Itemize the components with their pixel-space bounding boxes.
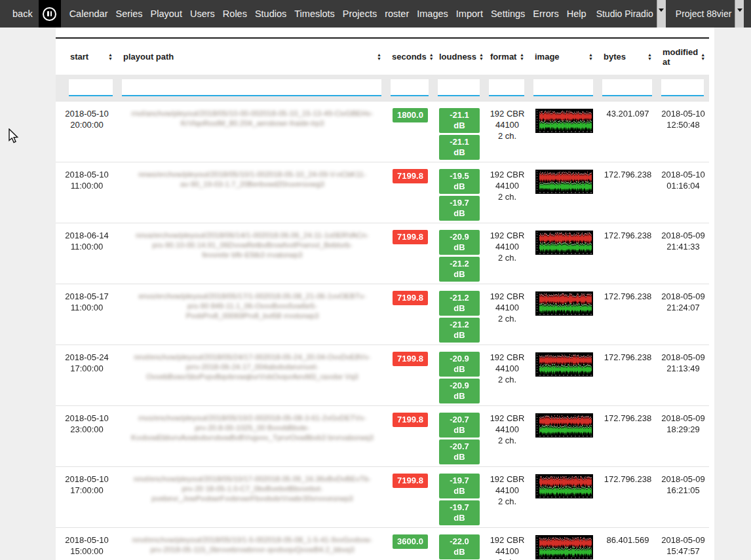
project-select[interactable]: Project 88vier bbox=[673, 0, 744, 28]
playout-path-cell: nnvt/enchvw/pleyout/2018/05/24/17-002018… bbox=[118, 345, 387, 405]
nav-item-errors[interactable]: Errors bbox=[533, 9, 558, 19]
modified-cell: 2018-05-0916:21:05 bbox=[657, 466, 709, 527]
nav-item-series[interactable]: Series bbox=[115, 9, 142, 19]
format-cell: 192 CBR441002 ch. bbox=[485, 466, 530, 527]
nav-item-roles[interactable]: Roles bbox=[223, 9, 247, 19]
nav-menu: Calendar Series Playout Users Roles Stud… bbox=[69, 9, 587, 19]
modified-cell: 2018-05-0921:13:49 bbox=[657, 345, 709, 405]
image-cell bbox=[530, 223, 598, 284]
table-row[interactable]: 2018-05-1017:00:00 nnvt/enchvw/pleyout/2… bbox=[56, 466, 709, 527]
loudness-badge: -20.9 dB bbox=[439, 230, 480, 255]
playout-path-cell: envs/erchvw/pleyout/2018/05/17/1-002018.… bbox=[118, 284, 387, 345]
format-cell: 192 CBR441002 ch. bbox=[485, 345, 530, 405]
nav-item-studios[interactable]: Studios bbox=[255, 9, 286, 19]
column-header-start[interactable]: start▲▼ bbox=[56, 38, 118, 75]
playout-files-panel: start▲▼ playout path▲▼ seconds▲▼ loudnes… bbox=[56, 28, 714, 560]
app-logo-icon[interactable] bbox=[39, 0, 61, 28]
table-row[interactable]: 2018-05-1023:00:00 rnvs/enchvw/pleyout/2… bbox=[56, 405, 709, 466]
sort-icon: ▲▼ bbox=[701, 53, 705, 61]
sort-icon: ▲▼ bbox=[588, 53, 593, 61]
filter-input-format[interactable] bbox=[489, 79, 524, 96]
modified-cell: 2018-05-0921:24:07 bbox=[657, 284, 709, 345]
column-header-seconds[interactable]: seconds▲▼ bbox=[387, 38, 434, 75]
seconds-badge: 7199.8 bbox=[393, 413, 428, 427]
loudness-badge: -22.0 dB bbox=[439, 534, 480, 559]
table-row[interactable]: 2018-05-1015:00:00 nnvt/enchvw/pleyout/2… bbox=[56, 527, 709, 560]
chevron-down-icon bbox=[657, 0, 666, 28]
filter-input-modified-at[interactable] bbox=[661, 79, 704, 96]
top-nav-bar: back Calendar Series Playout Users Roles… bbox=[0, 0, 751, 28]
table-row[interactable]: 2018-05-1020:00:00 rnvl/anchvw/pleyout/2… bbox=[56, 101, 709, 162]
filter-input-seconds[interactable] bbox=[391, 79, 429, 96]
column-header-bytes[interactable]: bytes▲▼ bbox=[598, 38, 657, 75]
project-select-value: Project 88vier bbox=[673, 0, 735, 28]
filter-input-playout-path[interactable] bbox=[122, 79, 381, 96]
start-cell: 2018-05-1011:00:00 bbox=[56, 162, 118, 223]
loudness-cell: -20.7 dB-20.7 dB bbox=[434, 405, 485, 466]
format-cell: 192 CBR441002 ch. bbox=[485, 162, 530, 223]
playout-path-cell: nnws/erchvw/pleyout/2018/05/10/1-002018-… bbox=[118, 162, 387, 223]
column-header-playout-path[interactable]: playout path▲▼ bbox=[118, 38, 387, 75]
table-row[interactable]: 2018-05-1711:00:00 envs/erchvw/pleyout/2… bbox=[56, 284, 709, 345]
filter-input-start[interactable] bbox=[69, 79, 113, 96]
redacted-path-text: rnvl/anchvw/pleyout/2018/05/10-00-002018… bbox=[128, 109, 376, 128]
format-cell: 192 CBR441002 ch. bbox=[485, 405, 530, 466]
seconds-badge: 7199.8 bbox=[393, 169, 428, 183]
bytes-cell: 172.796.238 bbox=[598, 284, 657, 345]
sort-icon: ▲▼ bbox=[479, 53, 484, 61]
bytes-cell: 43.201.097 bbox=[598, 101, 657, 162]
waveform-thumbnail bbox=[535, 352, 593, 377]
nav-item-import[interactable]: Import bbox=[456, 9, 483, 19]
start-cell: 2018-05-1015:00:00 bbox=[56, 527, 118, 560]
nav-item-timeslots[interactable]: Timeslots bbox=[294, 9, 335, 19]
nav-item-roster[interactable]: roster bbox=[385, 9, 409, 19]
loudness-badge: -21.2 dB bbox=[439, 291, 480, 316]
filter-input-image[interactable] bbox=[533, 79, 593, 96]
column-header-loudness[interactable]: loudness▲▼ bbox=[434, 38, 485, 75]
redacted-path-text: rnvs/enchvw/pleyout/2018/05/10/2-002018-… bbox=[128, 413, 376, 443]
table-header-row: start▲▼ playout path▲▼ seconds▲▼ loudnes… bbox=[56, 38, 709, 75]
table-row[interactable]: 2018-06-1411:00:00 nnva/erchvw/pleyout/2… bbox=[56, 223, 709, 284]
playout-path-cell: rnvs/enchvw/pleyout/2018/05/10/2-002018-… bbox=[118, 405, 387, 466]
waveform-thumbnail bbox=[535, 109, 593, 133]
loudness-badge: -20.7 dB bbox=[439, 413, 480, 438]
nav-back-link[interactable]: back bbox=[12, 9, 33, 19]
waveform-thumbnail bbox=[535, 291, 593, 316]
nav-item-playout[interactable]: Playout bbox=[151, 9, 182, 19]
column-header-modified-at[interactable]: modified at▲▼ bbox=[657, 38, 709, 75]
studio-select-value: Studio Piradio bbox=[594, 0, 657, 28]
loudness-badge: -20.9 dB bbox=[439, 379, 480, 403]
column-header-format[interactable]: format▲▼ bbox=[485, 38, 530, 75]
waveform-thumbnail bbox=[535, 535, 593, 559]
nav-item-settings[interactable]: Settings bbox=[491, 9, 525, 19]
image-cell bbox=[530, 101, 598, 162]
seconds-badge: 7199.8 bbox=[393, 291, 428, 305]
seconds-cell: 7199.8 bbox=[387, 466, 434, 527]
sort-icon: ▲▼ bbox=[429, 53, 434, 61]
table-row[interactable]: 2018-05-1011:00:00 nnws/erchvw/pleyout/2… bbox=[56, 162, 709, 223]
redacted-path-text: nnvt/enchvw/pleyout/2018/05/10/17-002018… bbox=[128, 474, 376, 504]
loudness-cell: -20.9 dB-21.2 dB bbox=[434, 223, 485, 284]
seconds-cell: 7199.8 bbox=[387, 284, 434, 345]
column-header-image[interactable]: image▲▼ bbox=[530, 38, 598, 75]
redacted-path-text: envs/erchvw/pleyout/2018/05/17/1-002018.… bbox=[128, 291, 376, 321]
nav-item-projects[interactable]: Projects bbox=[343, 9, 377, 19]
nav-item-images[interactable]: Images bbox=[417, 9, 448, 19]
seconds-cell: 7199.8 bbox=[387, 223, 434, 284]
filter-input-bytes[interactable] bbox=[602, 79, 652, 96]
loudness-badge: -19.7 dB bbox=[439, 500, 480, 525]
nav-item-calendar[interactable]: Calendar bbox=[69, 9, 108, 19]
image-cell bbox=[530, 162, 598, 223]
studio-select[interactable]: Studio Piradio bbox=[594, 0, 666, 28]
nav-item-users[interactable]: Users bbox=[190, 9, 215, 19]
bytes-cell: 86.401.569 bbox=[598, 527, 657, 560]
filter-input-loudness[interactable] bbox=[438, 79, 480, 96]
format-cell: 192 CBR441002 ch. bbox=[485, 527, 530, 560]
nav-item-help[interactable]: Help bbox=[567, 9, 587, 19]
playout-path-cell: rnvl/anchvw/pleyout/2018/05/10-00-002018… bbox=[118, 101, 387, 162]
redacted-path-text: nnva/erchvw/pleyout/2018/06/14/1-002018.… bbox=[128, 231, 376, 260]
sort-icon: ▲▼ bbox=[108, 53, 113, 61]
modified-cell: 2018-05-0918:29:29 bbox=[657, 405, 709, 466]
seconds-badge: 7199.8 bbox=[393, 230, 428, 244]
table-row[interactable]: 2018-05-2417:00:00 nnvt/enchvw/pleyout/2… bbox=[56, 345, 709, 405]
